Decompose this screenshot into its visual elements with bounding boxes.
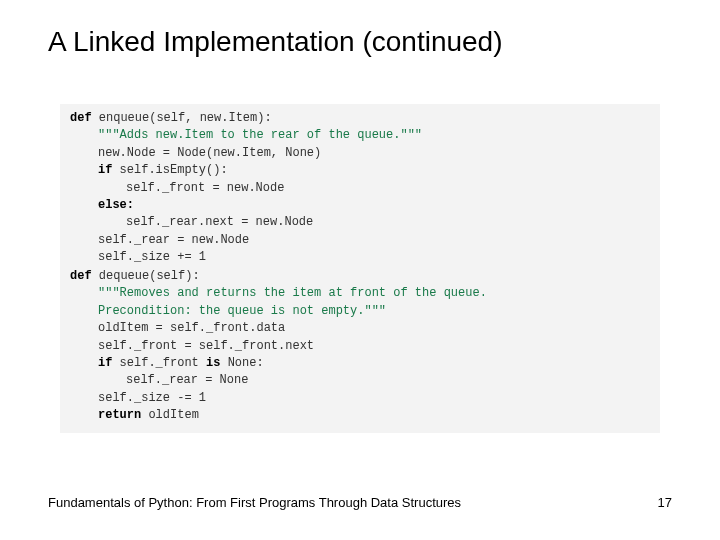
- keyword: def: [70, 269, 92, 283]
- docstring: """Adds new.Item to the rear of the queu…: [98, 128, 422, 142]
- code-text: self._front: [112, 356, 206, 370]
- code-text: dequeue(self):: [92, 269, 200, 283]
- slide-title: A Linked Implementation (continued): [48, 26, 503, 58]
- keyword: if: [98, 163, 112, 177]
- keyword: if: [98, 356, 112, 370]
- docstring: """Removes and returns the item at front…: [98, 286, 487, 300]
- page-number: 17: [658, 495, 672, 510]
- code-text: self._rear = new.Node: [98, 233, 249, 247]
- code-block-enqueue: def enqueue(self, new.Item): """Adds new…: [60, 104, 660, 275]
- code-text: self._front = new.Node: [126, 181, 284, 195]
- code-text: enqueue(self, new.Item):: [92, 111, 272, 125]
- keyword: else:: [98, 198, 134, 212]
- code-text: oldItem: [141, 408, 199, 422]
- code-text: new.Node = Node(new.Item, None): [98, 146, 321, 160]
- docstring: Precondition: the queue is not empty.""": [98, 304, 386, 318]
- code-text: None:: [220, 356, 263, 370]
- code-text: self._size -= 1: [98, 391, 206, 405]
- keyword: def: [70, 111, 92, 125]
- code-text: self._rear.next = new.Node: [126, 215, 313, 229]
- code-text: self.isEmpty():: [112, 163, 227, 177]
- code-text: self._rear = None: [126, 373, 248, 387]
- code-block-dequeue: def dequeue(self): """Removes and return…: [60, 262, 660, 433]
- footer-text: Fundamentals of Python: From First Progr…: [48, 495, 461, 510]
- keyword: is: [206, 356, 220, 370]
- keyword: return: [98, 408, 141, 422]
- code-text: oldItem = self._front.data: [98, 321, 285, 335]
- code-text: self._front = self._front.next: [98, 339, 314, 353]
